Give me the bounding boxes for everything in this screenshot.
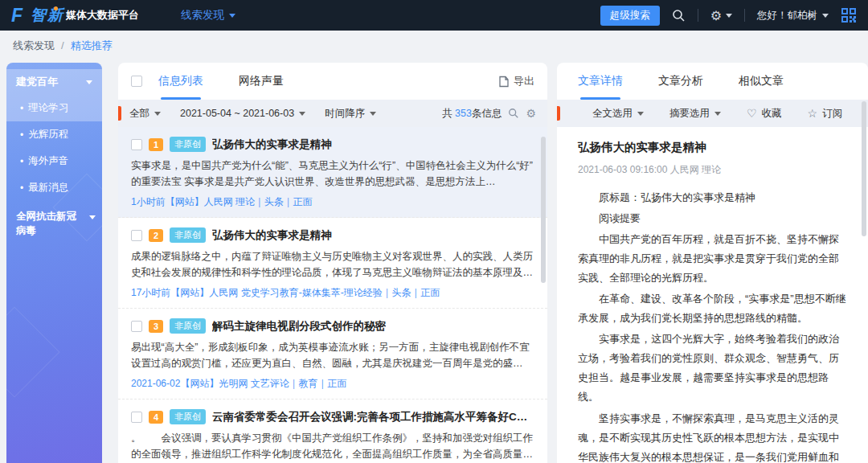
article-paragraph: 原标题：弘扬伟大的实事求是精神 bbox=[578, 188, 847, 207]
item-meta[interactable]: 17小时前【网站】人民网 党史学习教育-媒体集萃-理论经验｜头条｜正面 bbox=[131, 286, 534, 300]
info-list: 1 非原创 弘扬伟大的实事求是精神 实事求是，是中国共产党为什么“能”、马克思主… bbox=[118, 127, 547, 463]
item-head: 1 非原创 弘扬伟大的实事求是精神 bbox=[131, 137, 534, 152]
breadcrumb-parent: 线索发现 bbox=[13, 39, 55, 53]
article-detail-panel: 文章详情 文章分析 相似文章 全文选用 摘要选用 ♡ 收藏 ☆ 订阅 bbox=[557, 63, 868, 463]
sidebar-item-overseas-voice[interactable]: • 海外声音 bbox=[6, 148, 102, 174]
qr-code-icon[interactable] bbox=[841, 7, 857, 23]
chevron-down-icon bbox=[726, 14, 732, 18]
tab-article-analysis[interactable]: 文章分析 bbox=[658, 63, 703, 100]
select-all-checkbox[interactable] bbox=[131, 76, 142, 87]
article-paragraph: 坚持实事求是，不懈探索真理，是马克思主义活的灵魂，是不断实现其历史性飞跃的根本思… bbox=[578, 409, 847, 463]
sidebar-item-label: 理论学习 bbox=[28, 101, 68, 115]
subscribe-label: 订阅 bbox=[822, 107, 842, 121]
article-paragraph: 实事求是，这四个光辉大字，始终考验着我们的政治立场，考验着我们的党性原则、群众观… bbox=[578, 330, 847, 407]
platform-title: 媒体大数据平台 bbox=[66, 8, 139, 23]
export-icon bbox=[498, 76, 510, 88]
sidebar-group-label: 全网抗击新冠病毒 bbox=[16, 209, 79, 238]
item-title[interactable]: 弘扬伟大的实事求是精神 bbox=[212, 228, 332, 243]
sidebar-decoration bbox=[6, 306, 60, 397]
sidebar-item-theory-study[interactable]: • 理论学习 bbox=[6, 95, 102, 121]
accent-bar bbox=[118, 106, 121, 121]
tab-info-list[interactable]: 信息列表 bbox=[158, 63, 203, 100]
star-icon: ☆ bbox=[808, 107, 818, 120]
list-item[interactable]: 4 非原创 云南省委常委会召开会议强调:完善各项工作措施高水平筹备好COP15 … bbox=[118, 399, 547, 463]
detail-panel-tabs: 文章详情 文章分析 相似文章 bbox=[557, 63, 868, 100]
list-item[interactable]: 2 非原创 弘扬伟大的实事求是精神 成果的逻辑脉络之中，内蕴了辩证唯物主义与历史… bbox=[118, 218, 547, 309]
origin-badge: 非原创 bbox=[170, 409, 206, 424]
tab-network-volume[interactable]: 网络声量 bbox=[239, 63, 284, 100]
sidebar-group-covid-fight[interactable]: 全网抗击新冠病毒 bbox=[6, 201, 102, 238]
detail-scrollbar[interactable] bbox=[862, 101, 866, 236]
top-navbar: F 智新 媒体大数据平台 线索发现 超级搜索 ⚙ 您好！郁柏树 bbox=[0, 0, 868, 31]
main-content: 建党百年 • 理论学习 • 光辉历程 • 海外声音 • 最新消息 全网抗击新冠病… bbox=[0, 60, 868, 463]
article-body: 原标题：弘扬伟大的实事求是精神 阅读提要 中国共产党的百年历程，就是百折不挠、坚… bbox=[578, 188, 847, 463]
tab-article-detail[interactable]: 文章详情 bbox=[578, 63, 623, 100]
item-title[interactable]: 解码主旋律电视剧分段式创作的秘密 bbox=[212, 319, 386, 334]
count-text: 共 353条信息 bbox=[442, 107, 502, 121]
item-title[interactable]: 云南省委常委会召开会议强调:完善各项工作措施高水平筹备好COP15 bbox=[212, 410, 534, 424]
settings-gear-icon[interactable]: ⚙ bbox=[710, 8, 732, 23]
abstract-select-dropdown[interactable]: 摘要选用 bbox=[669, 107, 721, 121]
scope-filter-dropdown[interactable]: 全部 bbox=[129, 107, 161, 121]
item-checkbox[interactable] bbox=[131, 321, 142, 332]
subscribe-button[interactable]: ☆ 订阅 bbox=[808, 107, 843, 121]
rank-badge: 2 bbox=[149, 229, 163, 242]
chevron-down-icon bbox=[299, 112, 305, 116]
article-paragraph: 在革命、建设、改革各个阶段，“实事求是”思想不断继承发展，成为我们党长期坚持的思… bbox=[578, 289, 847, 328]
detail-action-bar: 全文选用 摘要选用 ♡ 收藏 ☆ 订阅 bbox=[557, 100, 868, 127]
sidebar: 建党百年 • 理论学习 • 光辉历程 • 海外声音 • 最新消息 全网抗击新冠病… bbox=[6, 63, 102, 463]
item-snippet: 成果的逻辑脉络之中，内蕴了辩证唯物主义与历史唯物主义对客观世界、人的实践、人类历… bbox=[131, 248, 534, 281]
article-paragraph: 阅读提要 bbox=[578, 209, 847, 228]
list-item[interactable]: 3 非原创 解码主旋律电视剧分段式创作的秘密 易出现“高大全”，形成刻板印象，成… bbox=[118, 309, 547, 399]
bullet-icon: • bbox=[20, 182, 23, 194]
gear-glyph: ⚙ bbox=[710, 8, 722, 23]
sidebar-item-label: 光辉历程 bbox=[28, 128, 68, 141]
item-checkbox[interactable] bbox=[131, 412, 142, 423]
sidebar-item-glorious-course[interactable]: • 光辉历程 bbox=[6, 121, 102, 148]
list-filter-bar: 全部 2021-05-04 ~ 2021-06-03 时间降序 共 353条信息 bbox=[118, 100, 547, 127]
user-menu[interactable]: 您好！郁柏树 bbox=[757, 9, 829, 23]
tab-similar-articles[interactable]: 相似文章 bbox=[739, 63, 784, 100]
result-count: 共 353条信息 ⚙ bbox=[442, 107, 536, 121]
chevron-down-icon bbox=[822, 14, 829, 18]
export-button[interactable]: 导出 bbox=[498, 74, 534, 88]
chevron-down-icon bbox=[370, 112, 376, 116]
sidebar-group-party-century[interactable]: 建党百年 bbox=[6, 69, 102, 95]
brand-name: 智新 bbox=[31, 5, 64, 26]
item-head: 3 非原创 解码主旋律电视剧分段式创作的秘密 bbox=[131, 318, 534, 334]
accent-bar bbox=[557, 106, 560, 121]
brand-dot-icon bbox=[54, 6, 58, 10]
chevron-down-icon bbox=[714, 112, 721, 116]
sidebar-item-label: 海外声音 bbox=[28, 154, 68, 168]
item-meta[interactable]: 1小时前【网站】人民网 理论｜头条｜正面 bbox=[131, 195, 534, 209]
heart-icon: ♡ bbox=[747, 107, 757, 120]
list-settings-gear-icon[interactable]: ⚙ bbox=[526, 107, 536, 120]
article-title: 弘扬伟大的实事求是精神 bbox=[578, 140, 847, 155]
chevron-down-icon bbox=[154, 112, 161, 116]
scope-filter-label: 全部 bbox=[129, 107, 149, 121]
item-meta[interactable]: 2021-06-02【网站】光明网 文艺评论｜教育｜正面 bbox=[131, 377, 534, 391]
sort-label: 时间降序 bbox=[325, 107, 365, 121]
item-checkbox[interactable] bbox=[131, 139, 142, 150]
item-head: 4 非原创 云南省委常委会召开会议强调:完善各项工作措施高水平筹备好COP15 bbox=[131, 409, 534, 424]
date-range-dropdown[interactable]: 2021-05-04 ~ 2021-06-03 bbox=[180, 108, 305, 119]
item-title[interactable]: 弘扬伟大的实事求是精神 bbox=[212, 137, 332, 152]
rank-badge: 1 bbox=[149, 138, 163, 151]
origin-badge: 非原创 bbox=[170, 318, 206, 334]
breadcrumb-current[interactable]: 精选推荐 bbox=[71, 39, 113, 53]
fulltext-select-dropdown[interactable]: 全文选用 bbox=[592, 107, 644, 121]
sidebar-item-latest-news[interactable]: • 最新消息 bbox=[6, 174, 102, 201]
sort-dropdown[interactable]: 时间降序 bbox=[325, 107, 376, 121]
super-search-button[interactable]: 超级搜索 bbox=[600, 6, 660, 26]
favorite-button[interactable]: ♡ 收藏 bbox=[747, 107, 782, 121]
list-item[interactable]: 1 非原创 弘扬伟大的实事求是精神 实事求是，是中国共产党为什么“能”、马克思主… bbox=[118, 127, 547, 218]
item-checkbox[interactable] bbox=[131, 230, 142, 241]
list-scrollbar[interactable] bbox=[541, 137, 546, 283]
search-icon[interactable] bbox=[672, 9, 686, 23]
list-search-icon[interactable] bbox=[508, 108, 519, 119]
article-paragraph: 中国共产党的百年历程，就是百折不挠、坚持不懈探索真理的非凡历程，就是把实事求是贯… bbox=[578, 230, 847, 288]
rank-badge: 3 bbox=[149, 320, 163, 333]
nav-clue-discovery[interactable]: 线索发现 bbox=[181, 8, 235, 23]
export-label: 导出 bbox=[514, 74, 534, 88]
brand-logo-icon: F bbox=[11, 5, 23, 27]
